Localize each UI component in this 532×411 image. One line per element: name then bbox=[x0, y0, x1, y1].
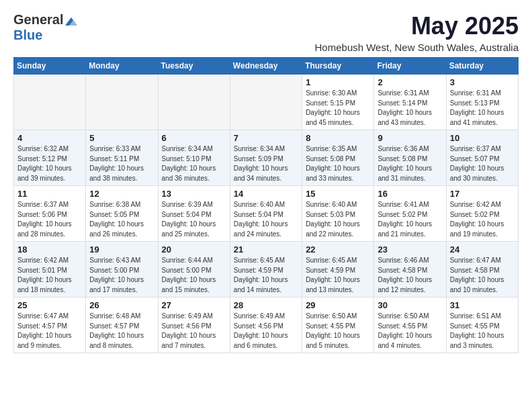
day-info: Sunrise: 6:34 AMSunset: 5:09 PMDaylight:… bbox=[234, 144, 298, 183]
calendar-week-row: 18Sunrise: 6:42 AMSunset: 5:01 PMDayligh… bbox=[14, 242, 519, 298]
col-monday: Monday bbox=[86, 58, 158, 75]
table-row: 18Sunrise: 6:42 AMSunset: 5:01 PMDayligh… bbox=[14, 242, 86, 298]
day-info: Sunrise: 6:32 AMSunset: 5:12 PMDaylight:… bbox=[17, 144, 82, 183]
logo-text: General Blue bbox=[13, 12, 79, 43]
day-number: 3 bbox=[450, 77, 515, 87]
day-info: Sunrise: 6:35 AMSunset: 5:08 PMDaylight:… bbox=[306, 144, 370, 183]
day-number: 17 bbox=[450, 189, 515, 199]
day-info: Sunrise: 6:48 AMSunset: 4:57 PMDaylight:… bbox=[89, 312, 154, 351]
day-number: 13 bbox=[162, 189, 226, 199]
day-info: Sunrise: 6:50 AMSunset: 4:55 PMDaylight:… bbox=[378, 312, 442, 351]
title-block: May 2025 Homebush West, New South Wales,… bbox=[315, 12, 519, 53]
col-sunday: Sunday bbox=[14, 58, 86, 75]
day-info: Sunrise: 6:40 AMSunset: 5:03 PMDaylight:… bbox=[306, 200, 370, 239]
table-row: 28Sunrise: 6:49 AMSunset: 4:56 PMDayligh… bbox=[230, 298, 302, 353]
table-row bbox=[86, 75, 158, 130]
day-number: 12 bbox=[89, 189, 154, 199]
table-row: 1Sunrise: 6:30 AMSunset: 5:15 PMDaylight… bbox=[302, 75, 374, 130]
table-row: 5Sunrise: 6:33 AMSunset: 5:11 PMDaylight… bbox=[86, 130, 158, 186]
table-row: 29Sunrise: 6:50 AMSunset: 4:55 PMDayligh… bbox=[302, 298, 374, 353]
day-number: 25 bbox=[17, 300, 82, 310]
col-friday: Friday bbox=[374, 58, 446, 75]
day-info: Sunrise: 6:37 AMSunset: 5:07 PMDaylight:… bbox=[450, 144, 515, 183]
day-info: Sunrise: 6:41 AMSunset: 5:02 PMDaylight:… bbox=[378, 200, 442, 239]
header: General Blue May 2025 Homebush West, New… bbox=[13, 12, 519, 53]
day-number: 27 bbox=[162, 300, 226, 310]
table-row: 19Sunrise: 6:43 AMSunset: 5:00 PMDayligh… bbox=[86, 242, 158, 298]
day-number: 28 bbox=[234, 300, 298, 310]
calendar-header-row: Sunday Monday Tuesday Wednesday Thursday… bbox=[14, 58, 519, 75]
logo-icon bbox=[64, 16, 79, 27]
table-row: 10Sunrise: 6:37 AMSunset: 5:07 PMDayligh… bbox=[446, 130, 518, 186]
day-info: Sunrise: 6:47 AMSunset: 4:58 PMDaylight:… bbox=[450, 256, 515, 295]
day-info: Sunrise: 6:30 AMSunset: 5:15 PMDaylight:… bbox=[306, 89, 370, 128]
table-row bbox=[230, 75, 302, 130]
day-info: Sunrise: 6:34 AMSunset: 5:10 PMDaylight:… bbox=[162, 144, 226, 183]
calendar-week-row: 25Sunrise: 6:47 AMSunset: 4:57 PMDayligh… bbox=[14, 298, 519, 353]
calendar-week-row: 4Sunrise: 6:32 AMSunset: 5:12 PMDaylight… bbox=[14, 130, 519, 186]
col-saturday: Saturday bbox=[446, 58, 518, 75]
table-row: 2Sunrise: 6:31 AMSunset: 5:14 PMDaylight… bbox=[374, 75, 446, 130]
day-number: 18 bbox=[17, 244, 82, 255]
day-number: 7 bbox=[234, 133, 298, 143]
table-row: 23Sunrise: 6:46 AMSunset: 4:58 PMDayligh… bbox=[374, 242, 446, 298]
logo-general: General bbox=[13, 12, 63, 27]
table-row: 6Sunrise: 6:34 AMSunset: 5:10 PMDaylight… bbox=[158, 130, 230, 186]
table-row: 24Sunrise: 6:47 AMSunset: 4:58 PMDayligh… bbox=[446, 242, 518, 298]
calendar-table: Sunday Monday Tuesday Wednesday Thursday… bbox=[13, 57, 519, 353]
table-row: 8Sunrise: 6:35 AMSunset: 5:08 PMDaylight… bbox=[302, 130, 374, 186]
day-number: 22 bbox=[306, 244, 370, 255]
day-number: 24 bbox=[450, 244, 515, 255]
table-row: 22Sunrise: 6:45 AMSunset: 4:59 PMDayligh… bbox=[302, 242, 374, 298]
day-number: 5 bbox=[89, 133, 154, 143]
day-info: Sunrise: 6:39 AMSunset: 5:04 PMDaylight:… bbox=[162, 200, 226, 239]
logo: General Blue bbox=[13, 12, 79, 43]
table-row: 14Sunrise: 6:40 AMSunset: 5:04 PMDayligh… bbox=[230, 186, 302, 242]
day-info: Sunrise: 6:42 AMSunset: 5:02 PMDaylight:… bbox=[450, 200, 515, 239]
col-tuesday: Tuesday bbox=[158, 58, 230, 75]
day-info: Sunrise: 6:42 AMSunset: 5:01 PMDaylight:… bbox=[17, 256, 82, 295]
table-row: 16Sunrise: 6:41 AMSunset: 5:02 PMDayligh… bbox=[374, 186, 446, 242]
day-number: 2 bbox=[378, 77, 442, 87]
day-info: Sunrise: 6:50 AMSunset: 4:55 PMDaylight:… bbox=[306, 312, 370, 351]
day-number: 10 bbox=[450, 133, 515, 143]
day-info: Sunrise: 6:45 AMSunset: 4:59 PMDaylight:… bbox=[234, 256, 298, 295]
day-number: 11 bbox=[17, 189, 82, 199]
table-row: 7Sunrise: 6:34 AMSunset: 5:09 PMDaylight… bbox=[230, 130, 302, 186]
calendar-week-row: 11Sunrise: 6:37 AMSunset: 5:06 PMDayligh… bbox=[14, 186, 519, 242]
day-info: Sunrise: 6:33 AMSunset: 5:11 PMDaylight:… bbox=[89, 144, 154, 183]
day-number: 31 bbox=[450, 300, 515, 310]
table-row: 11Sunrise: 6:37 AMSunset: 5:06 PMDayligh… bbox=[14, 186, 86, 242]
day-info: Sunrise: 6:47 AMSunset: 4:57 PMDaylight:… bbox=[17, 312, 82, 351]
day-number: 15 bbox=[306, 189, 370, 199]
day-number: 23 bbox=[378, 244, 442, 255]
table-row: 4Sunrise: 6:32 AMSunset: 5:12 PMDaylight… bbox=[14, 130, 86, 186]
day-info: Sunrise: 6:44 AMSunset: 5:00 PMDaylight:… bbox=[162, 256, 226, 295]
day-info: Sunrise: 6:46 AMSunset: 4:58 PMDaylight:… bbox=[378, 256, 442, 295]
table-row: 20Sunrise: 6:44 AMSunset: 5:00 PMDayligh… bbox=[158, 242, 230, 298]
day-info: Sunrise: 6:40 AMSunset: 5:04 PMDaylight:… bbox=[234, 200, 298, 239]
month-title: May 2025 bbox=[315, 12, 519, 40]
table-row: 9Sunrise: 6:36 AMSunset: 5:08 PMDaylight… bbox=[374, 130, 446, 186]
table-row: 27Sunrise: 6:49 AMSunset: 4:56 PMDayligh… bbox=[158, 298, 230, 353]
table-row: 17Sunrise: 6:42 AMSunset: 5:02 PMDayligh… bbox=[446, 186, 518, 242]
day-info: Sunrise: 6:31 AMSunset: 5:14 PMDaylight:… bbox=[378, 89, 442, 128]
table-row: 15Sunrise: 6:40 AMSunset: 5:03 PMDayligh… bbox=[302, 186, 374, 242]
col-thursday: Thursday bbox=[302, 58, 374, 75]
day-number: 4 bbox=[17, 133, 82, 143]
page: General Blue May 2025 Homebush West, New… bbox=[0, 0, 532, 360]
table-row: 26Sunrise: 6:48 AMSunset: 4:57 PMDayligh… bbox=[86, 298, 158, 353]
day-info: Sunrise: 6:51 AMSunset: 4:55 PMDaylight:… bbox=[450, 312, 515, 351]
table-row: 21Sunrise: 6:45 AMSunset: 4:59 PMDayligh… bbox=[230, 242, 302, 298]
day-number: 20 bbox=[162, 244, 226, 255]
table-row: 30Sunrise: 6:50 AMSunset: 4:55 PMDayligh… bbox=[374, 298, 446, 353]
table-row: 3Sunrise: 6:31 AMSunset: 5:13 PMDaylight… bbox=[446, 75, 518, 130]
day-number: 6 bbox=[162, 133, 226, 143]
day-info: Sunrise: 6:43 AMSunset: 5:00 PMDaylight:… bbox=[89, 256, 154, 295]
day-number: 26 bbox=[89, 300, 154, 310]
day-number: 30 bbox=[378, 300, 442, 310]
calendar-week-row: 1Sunrise: 6:30 AMSunset: 5:15 PMDaylight… bbox=[14, 75, 519, 130]
table-row: 25Sunrise: 6:47 AMSunset: 4:57 PMDayligh… bbox=[14, 298, 86, 353]
day-number: 1 bbox=[306, 77, 370, 87]
day-number: 21 bbox=[234, 244, 298, 255]
